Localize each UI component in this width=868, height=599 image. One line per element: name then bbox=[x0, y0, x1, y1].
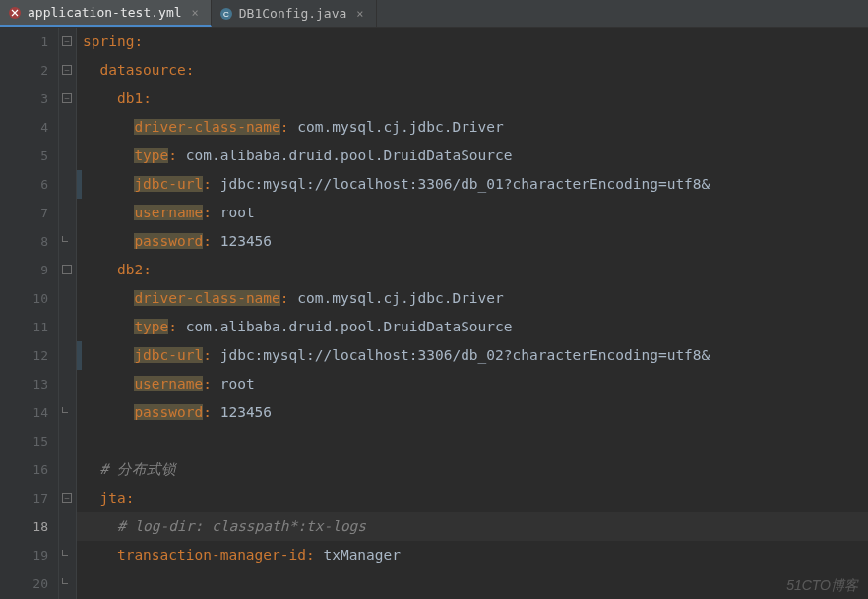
token: com.mysql.cj.jdbc.Driver bbox=[297, 119, 504, 135]
line-number: 5 bbox=[0, 142, 48, 170]
token: transaction-manager-id bbox=[117, 547, 306, 563]
code-line[interactable]: username: root bbox=[77, 199, 868, 227]
code-line[interactable]: type: com.alibaba.druid.pool.DruidDataSo… bbox=[77, 313, 868, 341]
code-line[interactable] bbox=[77, 569, 868, 598]
fold-gutter-row[interactable]: − bbox=[59, 28, 76, 56]
token: : bbox=[203, 233, 219, 249]
token: driver-class-name bbox=[134, 119, 279, 135]
line-number: 18 bbox=[0, 512, 48, 541]
fold-gutter-row[interactable]: − bbox=[59, 256, 76, 284]
fold-gutter-row[interactable] bbox=[59, 370, 76, 398]
token: : bbox=[203, 205, 219, 220]
token: db2 bbox=[117, 262, 143, 277]
fold-gutter-row[interactable] bbox=[59, 569, 76, 598]
code-line[interactable]: jdbc-url: jdbc:mysql://localhost:3306/db… bbox=[77, 170, 868, 199]
fold-gutter-row[interactable] bbox=[59, 427, 76, 455]
fold-collapse-icon[interactable]: − bbox=[62, 93, 72, 103]
tab-db1config-java[interactable]: C DB1Config.java × bbox=[212, 0, 377, 27]
token: : bbox=[203, 376, 219, 391]
fold-gutter-row[interactable] bbox=[59, 341, 76, 370]
editor-area[interactable]: 1234567891011121314151617181920 −−−−− sp… bbox=[0, 28, 868, 599]
tab-application-test-yml[interactable]: application-test.yml × bbox=[0, 0, 212, 27]
code-line[interactable]: jta: bbox=[77, 484, 868, 512]
token: 123456 bbox=[220, 404, 272, 420]
fold-gutter-row[interactable] bbox=[59, 455, 76, 484]
fold-gutter-row[interactable]: − bbox=[59, 85, 76, 113]
code-line[interactable]: password: 123456 bbox=[77, 227, 868, 256]
token: jdbc-url bbox=[134, 347, 203, 363]
code-line[interactable]: username: root bbox=[77, 370, 868, 398]
token: com.alibaba.druid.pool.DruidDataSource bbox=[186, 319, 513, 334]
token: : bbox=[134, 33, 143, 49]
token: : bbox=[168, 319, 185, 334]
token: type bbox=[134, 319, 168, 334]
fold-gutter-row[interactable] bbox=[59, 142, 76, 170]
line-number: 4 bbox=[0, 113, 48, 142]
code-line[interactable]: driver-class-name: com.mysql.cj.jdbc.Dri… bbox=[77, 284, 868, 313]
token: 123456 bbox=[220, 233, 272, 249]
code-line[interactable]: db1: bbox=[77, 85, 868, 113]
fold-end-icon[interactable] bbox=[62, 236, 68, 242]
fold-gutter-row[interactable] bbox=[59, 227, 76, 256]
code-line[interactable]: password: 123456 bbox=[77, 398, 868, 427]
line-number: 20 bbox=[0, 569, 48, 598]
token: com.alibaba.druid.pool.DruidDataSource bbox=[186, 148, 513, 163]
tab-bar: application-test.yml × C DB1Config.java … bbox=[0, 0, 868, 28]
fold-gutter-row[interactable] bbox=[59, 313, 76, 341]
line-number: 11 bbox=[0, 313, 48, 341]
line-number-gutter: 1234567891011121314151617181920 bbox=[0, 28, 59, 599]
fold-column[interactable]: −−−−− bbox=[59, 28, 77, 599]
close-icon[interactable]: × bbox=[188, 6, 199, 20]
token: jta bbox=[99, 490, 125, 506]
token: : bbox=[280, 119, 297, 135]
fold-end-icon[interactable] bbox=[62, 578, 68, 584]
fold-gutter-row[interactable] bbox=[59, 284, 76, 313]
fold-collapse-icon[interactable]: − bbox=[62, 65, 72, 75]
tab-label: application-test.yml bbox=[28, 5, 182, 20]
token: : bbox=[306, 547, 323, 563]
token: # 分布式锁 bbox=[99, 461, 175, 477]
code-line[interactable]: spring: bbox=[77, 28, 868, 56]
token: type bbox=[134, 148, 168, 163]
line-number: 19 bbox=[0, 541, 48, 569]
token: username bbox=[134, 376, 203, 391]
code-line[interactable]: # log-dir: classpath*:tx-logs bbox=[77, 512, 868, 541]
fold-gutter-row[interactable] bbox=[59, 398, 76, 427]
code-line[interactable]: jdbc-url: jdbc:mysql://localhost:3306/db… bbox=[77, 341, 868, 370]
line-number: 3 bbox=[0, 85, 48, 113]
code-line[interactable]: datasource: bbox=[77, 56, 868, 85]
token: txManager bbox=[323, 547, 401, 563]
token: : bbox=[203, 176, 219, 192]
token: : bbox=[280, 290, 297, 306]
fold-gutter-row[interactable] bbox=[59, 541, 76, 569]
token: : bbox=[168, 148, 185, 163]
fold-collapse-icon[interactable]: − bbox=[62, 493, 72, 503]
fold-gutter-row[interactable] bbox=[59, 113, 76, 142]
code-line[interactable]: driver-class-name: com.mysql.cj.jdbc.Dri… bbox=[77, 113, 868, 142]
code-line[interactable]: transaction-manager-id: txManager bbox=[77, 541, 868, 569]
code-content[interactable]: spring: datasource: db1: driver-class-na… bbox=[77, 28, 868, 599]
fold-gutter-row[interactable]: − bbox=[59, 484, 76, 512]
java-icon: C bbox=[219, 7, 233, 21]
code-line[interactable]: db2: bbox=[77, 256, 868, 284]
tab-label: DB1Config.java bbox=[239, 6, 347, 21]
token: com.mysql.cj.jdbc.Driver bbox=[297, 290, 504, 306]
fold-end-icon[interactable] bbox=[62, 407, 68, 413]
fold-collapse-icon[interactable]: − bbox=[62, 265, 72, 274]
fold-gutter-row[interactable] bbox=[59, 170, 76, 199]
code-line[interactable]: # 分布式锁 bbox=[77, 455, 868, 484]
modified-marker bbox=[77, 341, 82, 370]
token: : bbox=[143, 90, 152, 106]
token: driver-class-name bbox=[134, 290, 279, 306]
line-number: 16 bbox=[0, 455, 48, 484]
fold-collapse-icon[interactable]: − bbox=[62, 36, 72, 46]
fold-gutter-row[interactable] bbox=[59, 512, 76, 541]
fold-end-icon[interactable] bbox=[62, 550, 68, 556]
fold-gutter-row[interactable]: − bbox=[59, 56, 76, 85]
code-line[interactable] bbox=[77, 427, 868, 455]
token: : bbox=[186, 62, 195, 78]
close-icon[interactable]: × bbox=[352, 7, 363, 21]
fold-gutter-row[interactable] bbox=[59, 199, 76, 227]
token: jdbc-url bbox=[134, 176, 203, 192]
code-line[interactable]: type: com.alibaba.druid.pool.DruidDataSo… bbox=[77, 142, 868, 170]
